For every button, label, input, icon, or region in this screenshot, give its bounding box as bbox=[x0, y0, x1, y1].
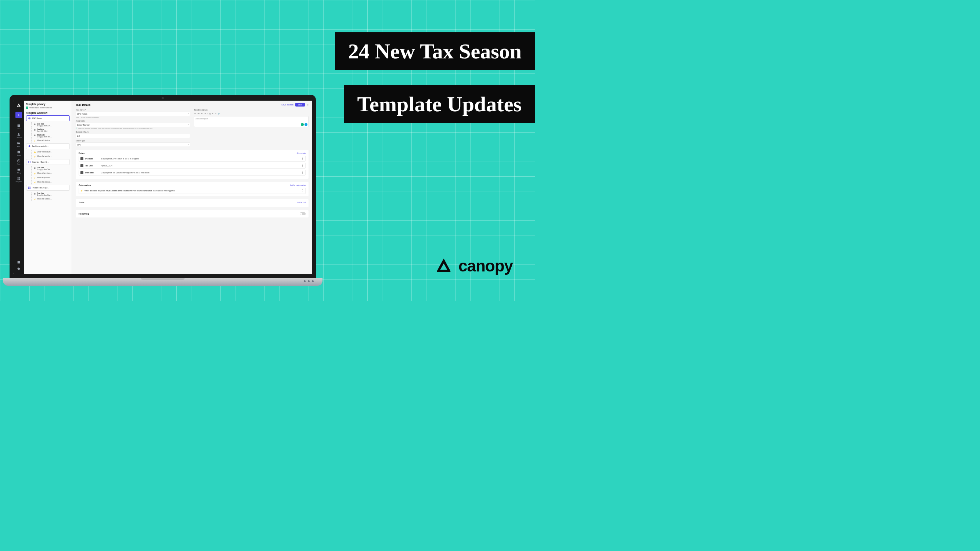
add-automation-link[interactable]: Add an automation bbox=[290, 184, 305, 186]
add-tool-link[interactable]: Add a tool bbox=[297, 201, 305, 204]
add-button[interactable]: + bbox=[16, 111, 22, 118]
return-type-select[interactable]: 1040 bbox=[76, 143, 190, 147]
dates-heading: Dates bbox=[79, 152, 84, 154]
workflow-sub-when[interactable]: ⚡When all previous… bbox=[31, 172, 70, 175]
task-details-heading: Task Details bbox=[76, 104, 91, 106]
attach-icon[interactable] bbox=[304, 123, 307, 126]
workflow-panel: Template privacy Visible to all team mem… bbox=[24, 101, 72, 274]
workflow-sub-start[interactable]: ▦Start date0 day(s) after Tax … bbox=[31, 133, 70, 139]
calendar-icon bbox=[80, 157, 83, 160]
date-row[interactable]: Tax DateApril 15, 2024⋮ bbox=[79, 163, 305, 169]
recurring-heading: Recurring bbox=[79, 213, 89, 215]
assignee-hint: ⓘWhen this template is applied, users wi… bbox=[76, 127, 190, 129]
camera-icon bbox=[162, 97, 164, 99]
assignee-label: Assignee(s) bbox=[76, 120, 190, 122]
description-textarea[interactable]: Add description bbox=[194, 116, 309, 127]
app-screen: + Inbox Contacts Files Tasks Time Billin… bbox=[13, 101, 312, 274]
nav-sidebar: + Inbox Contacts Files Tasks Time Billin… bbox=[13, 101, 24, 274]
more-icon[interactable]: ⋮ bbox=[301, 172, 304, 174]
calendar-icon: ▦ bbox=[33, 129, 36, 131]
rte-numlist-icon[interactable]: ☰ bbox=[215, 113, 216, 115]
user-icon bbox=[28, 145, 31, 148]
workflow-sub-due[interactable]: ▦Due date1 day(s) after Tax … bbox=[31, 166, 70, 171]
stage-icon bbox=[28, 117, 31, 120]
workflow-node-organize[interactable]: Organize / Scan D… bbox=[26, 159, 70, 165]
workflow-node-prepare[interactable]: Prepare Return (se… bbox=[26, 185, 70, 191]
recurring-toggle[interactable] bbox=[300, 212, 305, 215]
workflow-heading: Template workflow bbox=[26, 111, 70, 114]
more-icon[interactable]: ⋮ bbox=[301, 165, 304, 166]
calendar-icon: ▦ bbox=[33, 134, 36, 137]
calendar-icon bbox=[80, 171, 83, 174]
save-as-draft-link[interactable]: Save as draft bbox=[282, 104, 293, 106]
checklist-icon bbox=[28, 161, 31, 164]
calendar-icon: ▦ bbox=[33, 123, 36, 126]
brand-name: canopy bbox=[458, 257, 513, 275]
bolt-icon: ⚡ bbox=[80, 190, 83, 192]
more-icon[interactable]: ⋮ bbox=[301, 158, 304, 159]
nav-tasks[interactable]: Tasks bbox=[13, 149, 24, 157]
laptop-frame: + Inbox Contacts Files Tasks Time Billin… bbox=[3, 95, 323, 286]
nav-files[interactable]: Files bbox=[13, 140, 24, 148]
return-type-label: Return type bbox=[76, 140, 190, 142]
tools-heading: Tools bbox=[79, 201, 84, 204]
nav-contacts[interactable]: Contacts bbox=[13, 132, 24, 140]
automation-heading: Automation bbox=[79, 184, 91, 186]
rte-underline-icon[interactable]: U bbox=[209, 112, 211, 115]
bolt-icon: ⚡ bbox=[33, 177, 36, 179]
calendar-icon: ▦ bbox=[33, 193, 36, 195]
nav-education[interactable] bbox=[13, 266, 24, 272]
more-icon[interactable]: ⋮ bbox=[301, 190, 304, 191]
headline-line-2: Template Updates bbox=[344, 85, 535, 123]
workflow-sub-reminder[interactable]: 🔔Every Weekday fo… bbox=[31, 150, 70, 154]
rte-link-icon[interactable]: 🔗 bbox=[218, 113, 220, 115]
task-name-input[interactable]: 1040 Return bbox=[76, 111, 190, 116]
task-details-panel: Task Details Save as draft Save × Task n… bbox=[72, 101, 312, 274]
rte-toolbar[interactable]: H1 H2 H3 B I U ≡ ☰ 🔗 bbox=[194, 111, 309, 115]
nav-calendar[interactable] bbox=[13, 260, 24, 265]
rte-list-icon[interactable]: ≡ bbox=[212, 113, 213, 115]
visibility-checkbox[interactable]: Visible to all team members bbox=[26, 107, 70, 109]
workflow-node-1040[interactable]: 1040 Return bbox=[26, 115, 70, 121]
bell-icon: 🔔 bbox=[33, 151, 36, 154]
brand-logo: canopy bbox=[435, 257, 513, 275]
checklist-icon bbox=[28, 186, 31, 189]
mention-icon[interactable] bbox=[301, 123, 304, 126]
save-button[interactable]: Save bbox=[295, 103, 305, 107]
assignee-input[interactable]: Emeer Tiamsen bbox=[76, 123, 190, 127]
rte-h1[interactable]: H1 bbox=[194, 113, 196, 115]
rte-bold-icon[interactable]: B bbox=[205, 112, 206, 115]
automation-rule[interactable]: ⚡ When all client requests have a status… bbox=[79, 188, 305, 194]
add-date-link[interactable]: Add a date bbox=[297, 152, 305, 154]
workflow-sub-due[interactable]: ▦Due date1 day(s) after Org… bbox=[31, 192, 70, 197]
workflow-sub-when[interactable]: ⚡When all previous… bbox=[31, 176, 70, 180]
bolt-icon: ⚡ bbox=[33, 155, 36, 158]
nav-inbox[interactable]: Inbox bbox=[13, 123, 24, 131]
bolt-icon: ⚡ bbox=[33, 140, 36, 142]
svg-point-2 bbox=[29, 118, 30, 119]
dates-section: DatesAdd a date Due date5 day(s) after 1… bbox=[76, 150, 309, 179]
nav-time[interactable]: Time bbox=[13, 158, 24, 166]
date-row[interactable]: Due date5 day(s) after 1040 Return is se… bbox=[79, 156, 305, 162]
workflow-sub-tax[interactable]: ▦Tax DateApril 15, 2024 bbox=[31, 128, 70, 133]
workflow-node-taxdocs[interactable]: Tax Documents/Or… bbox=[26, 143, 70, 149]
nav-templates[interactable]: Templates bbox=[13, 175, 24, 184]
workflow-sub-when[interactable]: ⚡When the previou… bbox=[31, 180, 70, 185]
canopy-logo-icon bbox=[435, 257, 453, 275]
rte-h3[interactable]: H3 bbox=[201, 113, 204, 115]
workflow-sub-when[interactable]: ⚡When all client re… bbox=[31, 139, 70, 143]
close-icon[interactable]: × bbox=[307, 103, 309, 107]
privacy-heading: Template privacy bbox=[26, 103, 70, 105]
task-name-hint: Type "{" to add dynamic placeholder bbox=[76, 116, 190, 118]
svg-point-3 bbox=[29, 145, 30, 146]
budget-input[interactable]: 2.0 bbox=[76, 134, 190, 138]
rte-h2[interactable]: H2 bbox=[197, 113, 200, 115]
checkbox-icon bbox=[26, 107, 28, 109]
date-row[interactable]: Start date0 day(s) after Tax Documents/O… bbox=[79, 170, 305, 175]
nav-billing[interactable]: Billing bbox=[13, 167, 24, 175]
workflow-sub-when[interactable]: ⚡When the task ha… bbox=[31, 154, 70, 159]
workflow-sub-when[interactable]: ⚡When the subtask… bbox=[31, 197, 70, 201]
bolt-icon: ⚡ bbox=[33, 181, 36, 184]
calendar-icon bbox=[80, 164, 83, 167]
workflow-sub-due[interactable]: ▦Due date5 day(s) after 104… bbox=[31, 122, 70, 127]
